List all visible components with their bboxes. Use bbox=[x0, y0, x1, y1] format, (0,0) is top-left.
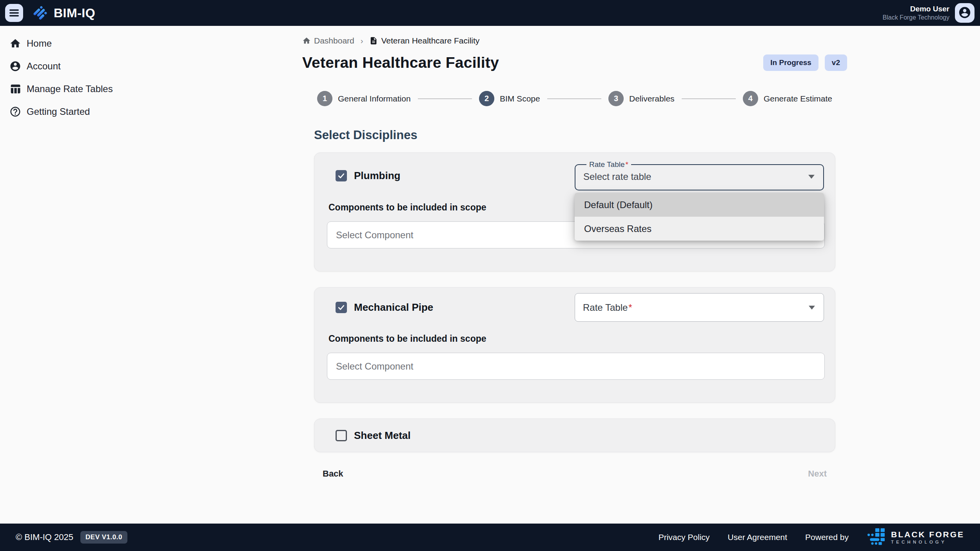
shell: Home Account Manage Rate Tables Getting … bbox=[0, 26, 980, 524]
main-content: Dashboard › Veteran Healthcare Facility … bbox=[302, 26, 847, 524]
bimiq-logo-icon bbox=[32, 4, 49, 22]
check-group: Plumbing bbox=[326, 170, 400, 182]
topbar-right: Demo User Black Forge Technology bbox=[883, 3, 975, 23]
sidebar: Home Account Manage Rate Tables Getting … bbox=[0, 26, 170, 524]
user-name: Demo User bbox=[883, 4, 949, 14]
step-bim-scope[interactable]: 2 BIM Scope bbox=[479, 91, 540, 106]
check-icon bbox=[337, 172, 345, 180]
breadcrumb: Dashboard › Veteran Healthcare Facility bbox=[302, 36, 847, 45]
discipline-name: Mechanical Pipe bbox=[354, 301, 433, 314]
page-title: Veteran Healthcare Facility bbox=[302, 54, 499, 71]
menu-button[interactable] bbox=[5, 4, 23, 22]
version-badge: v2 bbox=[825, 54, 847, 71]
sidebar-item-manage-rate-tables[interactable]: Manage Rate Tables bbox=[0, 78, 170, 100]
sidebar-item-account[interactable]: Account bbox=[0, 55, 170, 78]
discipline-card-plumbing: Plumbing Rate Table* Select rate table bbox=[314, 152, 835, 272]
person-icon bbox=[958, 6, 971, 20]
check-icon bbox=[337, 303, 345, 312]
hamburger-icon bbox=[9, 9, 19, 17]
breadcrumb-label: Veteran Healthcare Facility bbox=[381, 36, 479, 45]
document-icon bbox=[369, 36, 378, 45]
step-general-information[interactable]: 1 General Information bbox=[317, 91, 411, 106]
step-deliverables[interactable]: 3 Deliverables bbox=[608, 91, 675, 106]
mechanical-pipe-checkbox[interactable] bbox=[336, 302, 347, 313]
black-forge-logo[interactable]: BLACK FORGE TECHNOLOGY bbox=[867, 528, 964, 547]
footer-right: Privacy Policy User Agreement Powered by… bbox=[659, 528, 964, 547]
breadcrumb-separator: › bbox=[361, 36, 363, 45]
home-icon bbox=[302, 36, 311, 45]
stepper: 1 General Information 2 BIM Scope 3 Deli… bbox=[302, 91, 847, 106]
step-connector bbox=[547, 98, 601, 99]
black-forge-wordmark: BLACK FORGE TECHNOLOGY bbox=[891, 530, 964, 544]
user-company: Black Forge Technology bbox=[883, 14, 949, 22]
component-select-input-mechanical-pipe[interactable] bbox=[327, 353, 825, 380]
rate-table-select-mechanical-pipe[interactable]: Rate Table* bbox=[575, 293, 824, 322]
discipline-card-sheet-metal: Sheet Metal bbox=[314, 419, 835, 452]
card-top-row: Plumbing Rate Table* Select rate table bbox=[326, 161, 824, 190]
sidebar-item-home[interactable]: Home bbox=[0, 32, 170, 55]
rate-table-select-plumbing[interactable]: Rate Table* Select rate table bbox=[575, 161, 824, 190]
breadcrumb-label: Dashboard bbox=[314, 36, 354, 45]
top-bar: BIM-IQ Demo User Black Forge Technology bbox=[0, 0, 980, 26]
table-icon bbox=[9, 83, 21, 95]
select-inner: Select rate table bbox=[583, 169, 815, 185]
app-root: BIM-IQ Demo User Black Forge Technology … bbox=[0, 0, 980, 551]
rate-table-label: Rate Table* bbox=[586, 161, 631, 168]
sidebar-item-label: Home bbox=[27, 38, 52, 49]
discipline-name: Sheet Metal bbox=[354, 430, 411, 442]
sidebar-item-getting-started[interactable]: Getting Started bbox=[0, 100, 170, 123]
user-block: Demo User Black Forge Technology bbox=[883, 4, 949, 22]
badges: In Progress v2 bbox=[763, 54, 847, 71]
check-group: Sheet Metal bbox=[326, 430, 411, 442]
user-agreement-link[interactable]: User Agreement bbox=[728, 533, 787, 542]
title-row: Veteran Healthcare Facility In Progress … bbox=[302, 54, 847, 71]
footer-left: © BIM-IQ 2025 DEV V1.0.0 bbox=[16, 531, 127, 544]
step-label: Deliverables bbox=[629, 94, 675, 103]
copyright: © BIM-IQ 2025 bbox=[16, 532, 73, 542]
footer: © BIM-IQ 2025 DEV V1.0.0 Privacy Policy … bbox=[0, 524, 980, 551]
step-generate-estimate[interactable]: 4 Generate Estimate bbox=[743, 91, 832, 106]
dropdown-arrow-icon bbox=[808, 175, 815, 179]
sheet-metal-checkbox[interactable] bbox=[336, 430, 347, 441]
discipline-name: Plumbing bbox=[354, 170, 400, 182]
discipline-card-mechanical-pipe: Mechanical Pipe Rate Table* Components t… bbox=[314, 287, 835, 403]
rate-table-menu: Default (Default) Overseas Rates bbox=[575, 193, 824, 241]
components-label: Components to be included in scope bbox=[328, 334, 824, 344]
rate-table-select-wrap: Rate Table* Select rate table Default (D… bbox=[575, 161, 824, 190]
wizard-actions: Back Next bbox=[302, 469, 847, 479]
version-chip: DEV V1.0.0 bbox=[80, 531, 127, 544]
user-avatar-button[interactable] bbox=[955, 3, 975, 23]
status-badge: In Progress bbox=[763, 54, 818, 71]
breadcrumb-current: Veteran Healthcare Facility bbox=[369, 36, 479, 45]
sidebar-item-label: Manage Rate Tables bbox=[27, 83, 113, 94]
rate-table-label: Rate Table* bbox=[583, 302, 632, 313]
step-label: General Information bbox=[338, 94, 411, 103]
menu-item-default[interactable]: Default (Default) bbox=[575, 193, 824, 217]
step-connector bbox=[418, 98, 472, 99]
step-number: 3 bbox=[608, 91, 624, 106]
step-number: 2 bbox=[479, 91, 494, 106]
plumbing-checkbox[interactable] bbox=[336, 170, 347, 181]
step-label: Generate Estimate bbox=[764, 94, 832, 103]
back-button[interactable]: Back bbox=[323, 469, 343, 479]
step-number: 1 bbox=[317, 91, 332, 106]
card-top-row: Mechanical Pipe Rate Table* bbox=[326, 293, 824, 322]
next-button[interactable]: Next bbox=[808, 469, 827, 479]
home-icon bbox=[9, 38, 21, 49]
sidebar-item-label: Getting Started bbox=[27, 106, 90, 117]
sidebar-item-label: Account bbox=[27, 61, 61, 72]
app-title: BIM-IQ bbox=[54, 6, 95, 20]
discipline-cards: Plumbing Rate Table* Select rate table bbox=[302, 152, 847, 452]
breadcrumb-dashboard[interactable]: Dashboard bbox=[302, 36, 354, 45]
step-connector bbox=[682, 98, 736, 99]
topbar-left: BIM-IQ bbox=[5, 4, 95, 22]
powered-by-label: Powered by bbox=[805, 533, 849, 542]
step-number: 4 bbox=[743, 91, 758, 106]
account-icon bbox=[9, 60, 21, 72]
help-icon bbox=[9, 106, 21, 118]
section-heading: Select Disciplines bbox=[314, 128, 847, 142]
dropdown-arrow-icon bbox=[809, 306, 815, 310]
select-placeholder: Select rate table bbox=[583, 171, 651, 182]
menu-item-overseas-rates[interactable]: Overseas Rates bbox=[575, 217, 824, 241]
privacy-policy-link[interactable]: Privacy Policy bbox=[659, 533, 710, 542]
